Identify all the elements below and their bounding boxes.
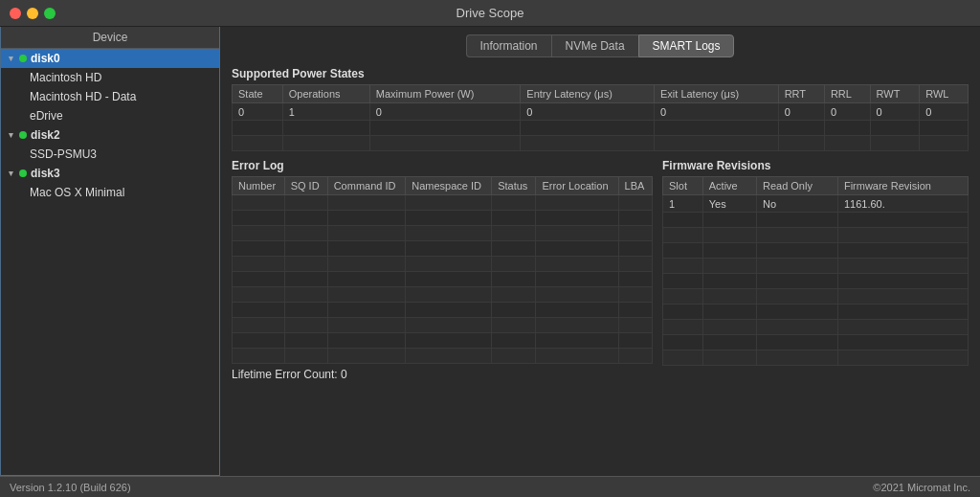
cell-state: 0 (233, 103, 283, 121)
version-label: Version 1.2.10 (Build 626) (10, 482, 131, 493)
cell-rrt: 0 (778, 103, 824, 121)
chevron-icon: ▾ (9, 54, 13, 63)
table-row (663, 243, 969, 259)
table-row (663, 320, 969, 335)
firmware-revisions-table: Slot Active Read Only Firmware Revision … (662, 176, 969, 366)
lifetime-label: Lifetime Error Count: (232, 368, 338, 381)
chevron-icon: ▾ (9, 130, 13, 140)
table-row (663, 213, 969, 228)
col-entry-latency: Entry Latency (μs) (521, 85, 655, 103)
power-states-table-wrapper: State Operations Maximum Power (W) Entry… (232, 84, 969, 151)
tab-nvme-data[interactable]: NVMe Data (551, 34, 638, 57)
col-firmware-revision: Firmware Revision (837, 177, 968, 195)
sidebar-item-label: eDrive (30, 109, 63, 123)
disk-status-dot (19, 131, 27, 139)
table-row (233, 287, 653, 303)
table-row (233, 226, 653, 241)
table-row (233, 195, 653, 211)
sidebar-item-disk3[interactable]: ▾ disk3 (1, 164, 219, 183)
table-row (663, 305, 969, 320)
col-lba: LBA (618, 177, 652, 195)
power-states-title: Supported Power States (232, 67, 969, 80)
col-number: Number (233, 177, 285, 195)
table-row (663, 350, 969, 366)
col-command-id: Command ID (327, 177, 406, 195)
table-row (233, 349, 653, 364)
table-row (233, 136, 969, 151)
sidebar-item-label: disk2 (31, 128, 60, 142)
sidebar-item-label: disk3 (31, 167, 60, 180)
footer: Version 1.2.10 (Build 626) ©2021 Microma… (0, 476, 980, 497)
tab-bar: Information NVMe Data SMART Logs (220, 27, 980, 63)
col-error-location: Error Location (536, 177, 618, 195)
col-read-only: Read Only (756, 177, 837, 195)
col-sq-id: SQ ID (284, 177, 327, 195)
col-slot: Slot (663, 177, 703, 195)
sidebar-item-label: Macintosh HD (30, 71, 101, 84)
col-rrt: RRT (778, 85, 824, 103)
sidebar-item-disk2[interactable]: ▾ disk2 (1, 125, 219, 145)
cell-exit-latency: 0 (654, 103, 778, 121)
chevron-icon: ▾ (9, 169, 13, 178)
sidebar-item-label: disk0 (31, 52, 60, 65)
sidebar-header: Device (1, 27, 219, 49)
sidebar-item-mac-os-minimal[interactable]: Mac OS X Minimal (1, 183, 219, 202)
cell-rwt: 0 (870, 103, 920, 121)
sidebar-item-macintosh-hd-data[interactable]: Macintosh HD - Data (1, 87, 219, 106)
minimize-button[interactable] (27, 8, 38, 19)
error-log-header-row: Number SQ ID Command ID Namespace ID Sta… (233, 177, 653, 195)
cell-operations: 1 (282, 103, 369, 121)
table-row (233, 241, 653, 257)
table-row (233, 257, 653, 272)
content-panels: Supported Power States State Operations … (220, 63, 980, 476)
error-log-title: Error Log (232, 159, 653, 172)
col-state: State (233, 85, 283, 103)
main-layout: Device ▾ disk0 Macintosh HD Macintosh HD… (0, 27, 980, 476)
table-row (663, 228, 969, 243)
sidebar-item-edrive[interactable]: eDrive (1, 106, 219, 125)
error-log-table: Number SQ ID Command ID Namespace ID Sta… (232, 176, 653, 364)
tab-information[interactable]: Information (466, 34, 551, 57)
tab-smart-logs[interactable]: SMART Logs (638, 34, 735, 57)
cell-rrl: 0 (824, 103, 870, 121)
firmware-revisions-title: Firmware Revisions (662, 159, 969, 172)
col-namespace-id: Namespace ID (406, 177, 492, 195)
col-max-power: Maximum Power (W) (369, 85, 521, 103)
firmware-revisions-section: Firmware Revisions Slot Active Read Only… (662, 159, 969, 381)
content-area: Information NVMe Data SMART Logs Support… (220, 27, 980, 476)
maximize-button[interactable] (44, 8, 56, 19)
cell-max-power: 0 (369, 103, 521, 121)
firmware-header-row: Slot Active Read Only Firmware Revision (663, 177, 969, 195)
cell-rwl: 0 (920, 103, 969, 121)
table-row (663, 289, 969, 305)
sidebar-item-label: Mac OS X Minimal (30, 186, 124, 199)
col-rrl: RRL (824, 85, 870, 103)
table-row: 0 1 0 0 0 0 0 0 0 (233, 103, 969, 121)
col-active: Active (702, 177, 756, 195)
sidebar-item-macintosh-hd[interactable]: Macintosh HD (1, 68, 219, 87)
power-states-header-row: State Operations Maximum Power (W) Entry… (233, 85, 969, 103)
sidebar-item-disk0[interactable]: ▾ disk0 (1, 49, 219, 68)
window-controls (10, 8, 56, 19)
power-states-section: Supported Power States State Operations … (232, 67, 969, 151)
error-log-section: Error Log Number SQ ID Command ID Namesp… (232, 159, 653, 381)
power-states-table: State Operations Maximum Power (W) Entry… (232, 84, 969, 151)
col-rwt: RWT (870, 85, 920, 103)
table-row (663, 274, 969, 289)
sidebar-item-ssd-psmu3[interactable]: SSD-PSMU3 (1, 145, 219, 164)
app-title: Drive Scope (457, 6, 524, 20)
copyright-label: ©2021 Micromat Inc. (873, 482, 970, 493)
table-row (663, 259, 969, 274)
table-row (233, 121, 969, 136)
close-button[interactable] (10, 8, 21, 19)
table-row (233, 211, 653, 226)
cell-entry-latency: 0 (521, 103, 655, 121)
lifetime-error-count: Lifetime Error Count: 0 (232, 368, 653, 381)
sidebar-item-label: SSD-PSMU3 (30, 147, 97, 161)
table-row (233, 303, 653, 318)
bottom-panels: Error Log Number SQ ID Command ID Namesp… (232, 159, 969, 381)
table-row: 1YesNo1161.60. (663, 195, 969, 213)
disk-status-dot (19, 169, 27, 177)
titlebar: Drive Scope (0, 0, 980, 27)
col-exit-latency: Exit Latency (μs) (654, 85, 778, 103)
